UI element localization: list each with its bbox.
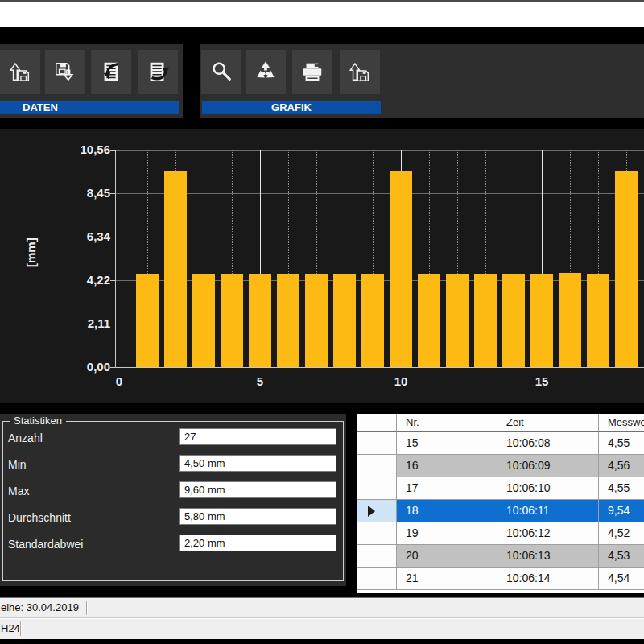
table-cell[interactable]: 17 <box>397 477 497 500</box>
table-cell[interactable]: 10:06:14 <box>497 568 599 590</box>
device-id-status: H24 <box>1 622 20 634</box>
table-cell[interactable]: 10:06:13 <box>497 545 599 568</box>
table-cell[interactable]: 20 <box>397 545 497 568</box>
table-header-cell[interactable]: Messwert <box>599 414 644 432</box>
table-cell[interactable]: 10:06:08 <box>497 432 599 455</box>
chart-bar[interactable] <box>136 274 159 367</box>
table-row[interactable]: 2110:06:144,54 <box>357 568 644 590</box>
table-row[interactable]: 1710:06:104,55 <box>357 477 644 500</box>
y-axis-tick-label: 6,34 <box>54 229 110 243</box>
table-row[interactable]: 2010:06:134,53 <box>357 545 644 568</box>
table-cell[interactable]: 4,56 <box>599 455 644 477</box>
x-axis-tick-label: 10 <box>383 374 419 388</box>
chart-bar[interactable] <box>249 274 271 367</box>
zoom-button[interactable] <box>201 50 242 94</box>
save-graphic-button[interactable] <box>340 50 380 94</box>
floppy-arrow-down-icon <box>53 60 77 84</box>
table-cell[interactable]: 9,54 <box>599 500 644 522</box>
min-field[interactable]: 4,50 mm <box>179 455 336 472</box>
row-selector-cell[interactable] <box>357 545 397 568</box>
x-axis-tick-label: 15 <box>524 374 559 388</box>
chart-bar[interactable] <box>502 274 525 367</box>
table-cell[interactable]: 21 <box>397 568 497 590</box>
table-row[interactable]: 1810:06:119,54 <box>357 500 644 522</box>
chart-bar[interactable] <box>221 274 243 367</box>
chart-bar[interactable] <box>530 274 553 367</box>
save-data-button[interactable] <box>45 50 85 94</box>
table-cell[interactable]: 4,54 <box>599 568 644 590</box>
print-button[interactable] <box>292 50 332 94</box>
y-axis-tick-label: 10,56 <box>54 142 110 156</box>
table-cell[interactable]: 18 <box>397 500 497 522</box>
table-header-cell[interactable]: Nr. <box>397 414 497 432</box>
refresh-button[interactable] <box>246 50 286 94</box>
chart-bar[interactable] <box>277 274 299 367</box>
floppy-arrow-up-icon <box>348 60 372 84</box>
table-cell[interactable]: 15 <box>397 432 497 455</box>
chart-bar[interactable] <box>361 274 384 367</box>
table-cell[interactable]: 10:06:09 <box>497 455 599 477</box>
chart-bar[interactable] <box>446 274 469 367</box>
table-cell[interactable]: 16 <box>397 455 497 477</box>
h-gridline <box>115 237 644 237</box>
row-selector-cell[interactable] <box>357 568 397 590</box>
chart-bar[interactable] <box>587 274 609 367</box>
load-data-button[interactable] <box>0 50 40 94</box>
chart-bar[interactable] <box>164 171 187 367</box>
durchschnitt-field[interactable]: 5,80 mm <box>179 508 336 525</box>
max-label: Max <box>8 485 29 497</box>
table-cell[interactable]: 10:06:12 <box>497 522 599 545</box>
measurement-bar-chart[interactable]: [mm] 0,002,114,226,348,4510,56051015 <box>0 129 644 402</box>
status-bar-2: H24 <box>0 618 644 639</box>
import-document-button[interactable] <box>91 50 131 94</box>
chart-bar[interactable] <box>333 274 356 367</box>
y-axis-tick-label: 0,00 <box>54 360 110 374</box>
chart-bar[interactable] <box>305 274 328 367</box>
row-selector-cell[interactable] <box>357 477 397 500</box>
table-header-cell[interactable] <box>357 414 397 432</box>
y-axis-tick-label: 4,22 <box>54 273 110 287</box>
floppy-arrow-up-icon <box>8 60 32 84</box>
table-row[interactable]: 1510:06:084,55 <box>357 432 644 455</box>
chart-bar[interactable] <box>390 171 412 367</box>
export-document-button[interactable] <box>138 50 178 94</box>
chart-bar[interactable] <box>418 274 440 367</box>
daten-group-label: DATEN <box>0 101 179 114</box>
table-cell[interactable]: 4,55 <box>599 432 644 455</box>
standardabw-field[interactable]: 2,20 mm <box>179 535 336 551</box>
current-row-arrow-icon <box>368 506 375 517</box>
table-cell[interactable]: 4,52 <box>599 522 644 545</box>
table-cell[interactable]: 10:06:11 <box>497 500 599 522</box>
x-axis-tick-label: 0 <box>101 374 137 388</box>
grafik-label-text: GRAFIK <box>271 101 312 114</box>
x-axis-line <box>115 367 644 368</box>
status-bar-1: eihe: 30.04.2019 <box>0 597 644 618</box>
row-selector-cell[interactable] <box>357 522 397 545</box>
chart-bar[interactable] <box>192 274 215 367</box>
table-header-cell[interactable]: Zeit <box>497 414 599 432</box>
table-row[interactable]: 1610:06:094,56 <box>357 455 644 477</box>
table-cell[interactable]: 4,53 <box>599 545 644 568</box>
chart-bar[interactable] <box>474 274 497 367</box>
table-cell[interactable]: 4,55 <box>599 477 644 500</box>
recycle-icon <box>254 60 278 84</box>
max-field[interactable]: 9,60 mm <box>179 481 336 498</box>
row-selector-cell[interactable] <box>357 455 397 477</box>
menu-band <box>0 27 644 44</box>
printer-icon <box>300 60 324 84</box>
magnifier-icon <box>209 60 233 84</box>
durchschnitt-label: Durchschnitt <box>8 511 71 524</box>
table-cell[interactable]: 19 <box>397 522 497 545</box>
row-selector-cell[interactable] <box>357 500 397 522</box>
table-cell[interactable]: 10:06:10 <box>497 477 599 500</box>
y-axis-tick-label: 8,45 <box>54 186 110 200</box>
measurement-table[interactable]: Nr.ZeitMesswert1510:06:084,551610:06:094… <box>357 414 644 593</box>
grafik-group-label: GRAFIK <box>202 101 381 114</box>
table-row[interactable]: 1910:06:124,52 <box>357 522 644 545</box>
document-arrow-out-icon <box>146 60 170 84</box>
chart-bar[interactable] <box>615 171 638 367</box>
row-selector-cell[interactable] <box>357 432 397 455</box>
statistics-title: Statistiken <box>10 415 66 427</box>
chart-bar[interactable] <box>559 273 581 367</box>
anzahl-field[interactable]: 27 <box>179 428 336 445</box>
